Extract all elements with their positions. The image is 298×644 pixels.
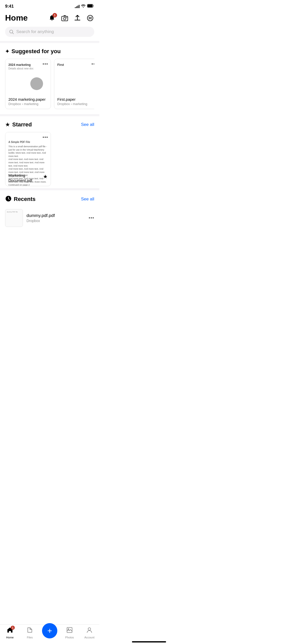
svg-point-8 xyxy=(91,17,92,18)
suggested-section: ✦ Suggested for you 2024 marketing Detai… xyxy=(0,43,99,114)
suggested-title-row: ✦ Suggested for you xyxy=(5,48,61,55)
battery-icon xyxy=(87,4,94,9)
starred-card-preview: ••• A Simple PDF File This is a small de… xyxy=(5,132,51,170)
search-placeholder: Search for anything xyxy=(16,29,54,34)
card-path-1: Dropbox › marketing xyxy=(57,102,94,106)
card-filename-1: First.paper xyxy=(57,97,94,101)
pdf-title: A Simple PDF File xyxy=(8,140,48,144)
card-preview-1: First ••• xyxy=(54,59,94,95)
camera-button[interactable] xyxy=(61,14,69,22)
header-icons: 1 xyxy=(48,14,94,22)
recents-section: Recents See all dummy PDF file dummy.pdf… xyxy=(0,190,99,231)
starred-header: ★ Starred See all xyxy=(5,121,94,128)
signal-icon xyxy=(75,5,79,8)
recent-thumb-text-0: dummy PDF file xyxy=(7,211,18,213)
card-path-0: Dropbox › marketing xyxy=(8,102,48,106)
suggested-card-1[interactable]: First ••• First.paper Dropbox › marketin… xyxy=(54,59,94,109)
card-info-1: First.paper Dropbox › marketing xyxy=(54,95,94,109)
starred-see-all[interactable]: See all xyxy=(81,122,94,127)
search-icon xyxy=(9,30,14,34)
card-preview-0: 2024 marketing Details about new doc ••• xyxy=(5,59,51,95)
starred-section: ★ Starred See all ••• A Simple PDF File … xyxy=(0,116,99,188)
recent-info-0: dummy.pdf.pdf Dropbox xyxy=(26,213,85,223)
status-icons xyxy=(75,4,94,9)
starred-title-row: ★ Starred xyxy=(5,121,32,128)
header: Home 1 xyxy=(0,11,99,26)
section-divider-1 xyxy=(0,41,99,43)
status-time: 9:41 xyxy=(5,4,14,9)
pdf-line-3: And more text. And more text. And more t… xyxy=(8,167,48,177)
suggested-title: Suggested for you xyxy=(11,48,61,55)
pdf-preview: A Simple PDF File This is a small demons… xyxy=(8,140,48,186)
status-bar: 9:41 xyxy=(0,0,99,11)
sparkle-icon: ✦ xyxy=(5,48,9,54)
section-divider-3 xyxy=(0,188,99,190)
pdf-line-0: This is a small demonstration pdf file - xyxy=(8,145,48,148)
section-divider-2 xyxy=(0,114,99,116)
starred-card-more-btn[interactable]: ••• xyxy=(43,135,48,140)
card-more-btn-0[interactable]: ••• xyxy=(43,62,48,67)
starred-title: Starred xyxy=(12,121,32,128)
suggested-scroll[interactable]: 2024 marketing Details about new doc •••… xyxy=(5,59,94,112)
star-section-icon: ★ xyxy=(5,121,10,128)
recents-title: Recents xyxy=(14,196,36,202)
card-doc-subtitle-0: Details about new doc xyxy=(8,67,48,70)
card-more-btn-1[interactable]: ••• xyxy=(91,62,94,67)
palette-button[interactable] xyxy=(86,14,94,22)
search-container: Search for anything xyxy=(0,26,99,41)
clock-icon xyxy=(5,195,12,203)
card-doc-title-0: 2024 marketing xyxy=(8,63,48,67)
card-info-0: 2024 marketing.paper Dropbox › marketing xyxy=(5,95,51,109)
upload-button[interactable] xyxy=(73,14,82,22)
recent-more-btn-0[interactable]: ••• xyxy=(89,215,94,221)
card-doc-title-1: First xyxy=(57,63,94,67)
recent-path-0: Dropbox xyxy=(26,219,85,223)
svg-point-11 xyxy=(90,18,91,19)
card-circle-0 xyxy=(30,77,43,90)
recents-title-row: Recents xyxy=(5,195,36,203)
pdf-line-2: And more text. And more text. And more t… xyxy=(8,158,48,167)
recents-see-all[interactable]: See all xyxy=(81,197,94,202)
search-bar[interactable]: Search for anything xyxy=(5,27,94,37)
wifi-icon xyxy=(81,4,86,9)
svg-point-9 xyxy=(89,18,90,19)
suggested-card-0[interactable]: 2024 marketing Details about new doc •••… xyxy=(5,59,51,109)
notification-badge: 1 xyxy=(52,13,57,18)
pdf-line-4: And more text. And more text. And more t… xyxy=(8,177,48,186)
recent-filename-0: dummy.pdf.pdf xyxy=(26,213,85,218)
starred-card[interactable]: ••• A Simple PDF File This is a small de… xyxy=(5,132,51,186)
svg-point-10 xyxy=(91,18,92,19)
svg-rect-1 xyxy=(88,5,93,7)
recents-header: Recents See all xyxy=(5,195,94,203)
svg-line-5 xyxy=(65,18,65,19)
card-filename-0: 2024 marketing.paper xyxy=(8,97,48,101)
page-title: Home xyxy=(5,13,28,23)
notifications-button[interactable]: 1 xyxy=(48,14,56,22)
suggested-section-header: ✦ Suggested for you xyxy=(5,48,94,55)
recent-thumb-0: dummy PDF file xyxy=(5,209,23,227)
pdf-line-1: just for use in the Virtual Machinery to… xyxy=(8,148,48,158)
svg-point-12 xyxy=(10,30,13,33)
svg-point-7 xyxy=(89,17,90,18)
recent-item-0[interactable]: dummy PDF file dummy.pdf.pdf Dropbox ••• xyxy=(5,207,94,229)
